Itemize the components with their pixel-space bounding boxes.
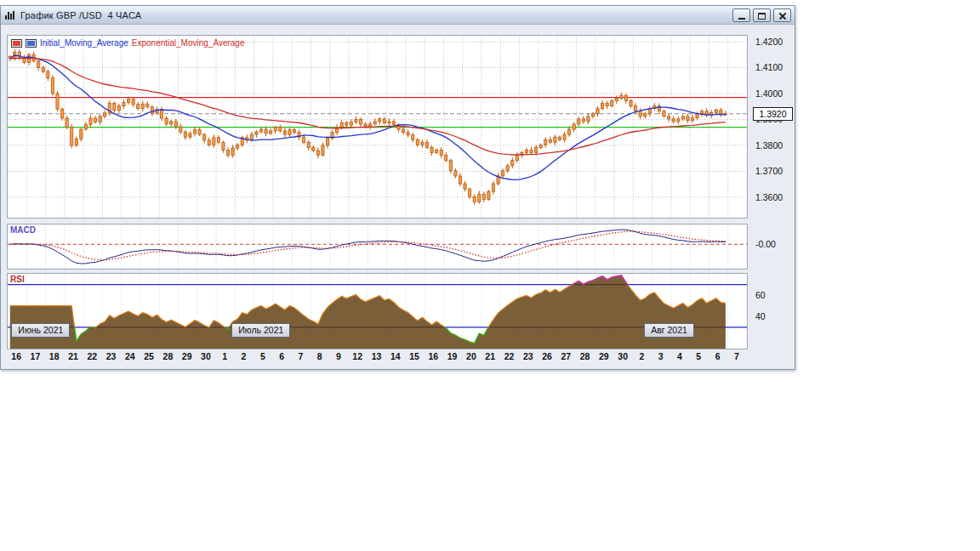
time-tick: 2 — [242, 351, 247, 361]
window-title: График GBP /USD 4 ЧАСА — [20, 10, 141, 20]
time-tick: 9 — [336, 351, 341, 361]
macd-tick: -0.00 — [755, 239, 776, 249]
time-tick: 21 — [485, 351, 495, 361]
time-tick: 7 — [734, 351, 739, 361]
time-tick: 23 — [106, 351, 117, 361]
sma-legend-label: Initial_Moving_Average — [40, 38, 128, 48]
candlestick-chart[interactable] — [8, 36, 747, 218]
price-tick: 1.4000 — [755, 88, 783, 99]
time-tick: 5 — [260, 351, 265, 361]
time-tick: 24 — [125, 351, 135, 361]
rsi-panel: RSI Июнь 2021Июль 2021Авг 2021 — [7, 273, 748, 349]
minimize-button[interactable] — [732, 9, 750, 22]
time-tick: 22 — [87, 351, 97, 361]
time-tick: 29 — [182, 351, 192, 361]
time-tick: 23 — [523, 351, 533, 361]
time-tick: 19 — [447, 351, 458, 361]
time-tick: 28 — [163, 351, 174, 361]
rsi-label: RSI — [10, 275, 25, 284]
time-tick: 30 — [201, 351, 211, 361]
price-tick: 1.3600 — [755, 192, 783, 202]
time-tick: 27 — [561, 351, 571, 361]
price-panel: Initial_Moving_Average Exponential_Movin… — [7, 35, 748, 219]
month-marker[interactable]: Авг 2021 — [644, 323, 694, 338]
time-tick: 30 — [618, 351, 628, 361]
price-tick: 1.4100 — [755, 62, 783, 72]
macd-panel: MACD — [7, 224, 748, 270]
time-tick: 18 — [49, 351, 60, 361]
time-tick: 4 — [677, 351, 682, 361]
time-tick: 3 — [658, 351, 664, 361]
price-tick: 1.3800 — [755, 140, 783, 151]
rsi-chart[interactable] — [8, 274, 747, 349]
red-swatch-button[interactable] — [11, 39, 22, 48]
month-marker[interactable]: Июнь 2021 — [11, 323, 70, 338]
time-axis: 1617182122232425282930125678912131415161… — [7, 349, 748, 365]
price-tick: 1.4200 — [755, 37, 783, 47]
current-price-tag: 1.3920 — [753, 107, 793, 121]
time-tick: 7 — [298, 351, 303, 361]
time-tick: 12 — [352, 351, 362, 361]
app-icon — [4, 10, 16, 20]
ema-legend-label: Exponential_Moving_Average — [132, 38, 245, 48]
close-button[interactable] — [773, 9, 791, 22]
window-body: Initial_Moving_Average Exponential_Movin… — [1, 25, 795, 369]
time-tick: 8 — [317, 351, 322, 361]
time-tick: 26 — [542, 351, 552, 361]
time-tick: 13 — [372, 351, 382, 361]
time-tick: 15 — [409, 351, 419, 361]
rsi-tick: 60 — [755, 290, 766, 300]
month-marker[interactable]: Июль 2021 — [231, 323, 290, 338]
time-tick: 22 — [504, 351, 515, 361]
rsi-tick: 40 — [755, 311, 766, 321]
close-icon — [778, 12, 787, 20]
price-axis: 1.42001.41001.40001.39001.38001.37001.36… — [753, 25, 795, 369]
price-tick: 1.3700 — [755, 166, 783, 176]
time-tick: 21 — [68, 351, 78, 361]
time-tick: 29 — [599, 351, 609, 361]
time-tick: 6 — [279, 351, 284, 361]
macd-label: MACD — [10, 225, 36, 235]
minimize-icon — [738, 18, 745, 20]
time-tick: 1 — [222, 351, 227, 361]
indicator-legend: Initial_Moving_Average Exponential_Movin… — [11, 38, 244, 48]
titlebar[interactable]: График GBP /USD 4 ЧАСА — [1, 6, 795, 25]
time-tick: 16 — [429, 351, 439, 361]
time-tick: 20 — [466, 351, 476, 361]
time-tick: 28 — [580, 351, 590, 361]
time-tick: 16 — [11, 351, 21, 361]
maximize-button[interactable] — [753, 9, 771, 22]
time-tick: 25 — [144, 351, 154, 361]
time-tick: 17 — [31, 351, 41, 361]
time-tick: 5 — [696, 351, 701, 361]
chart-window: График GBP /USD 4 ЧАСА Initial_Moving_Av… — [0, 5, 795, 370]
time-tick: 6 — [715, 351, 721, 361]
macd-chart[interactable] — [8, 224, 747, 269]
maximize-icon — [758, 13, 766, 20]
blue-swatch-button[interactable] — [26, 39, 37, 48]
time-tick: 14 — [390, 351, 401, 361]
time-tick: 2 — [640, 351, 645, 361]
